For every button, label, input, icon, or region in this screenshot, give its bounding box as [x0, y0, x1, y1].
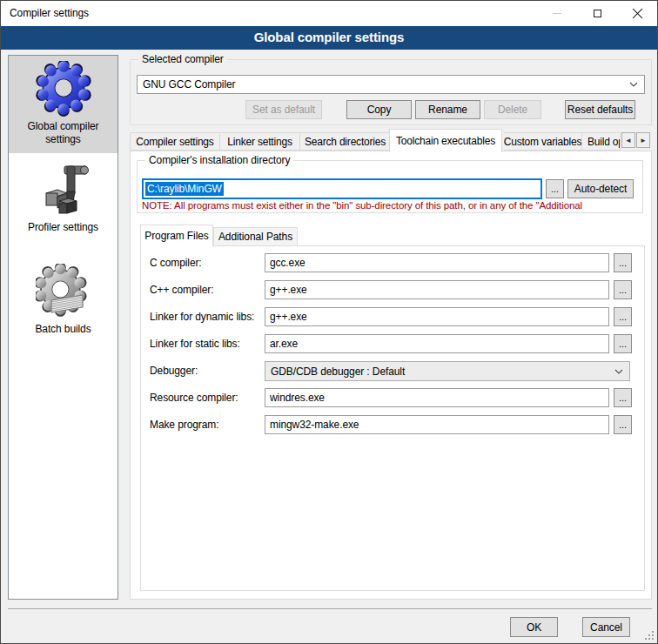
window-title: Compiler settings — [10, 1, 89, 26]
make-program-row: Make program: ... — [150, 415, 632, 435]
tab-search-directories[interactable]: Search directories — [300, 132, 391, 151]
install-dir-selected-text: C:\raylib\MinGW — [145, 182, 224, 196]
resource-compiler-label: Resource compiler: — [150, 392, 238, 404]
dynamic-linker-browse-button[interactable]: ... — [614, 307, 632, 326]
sidebar-item-global-compiler-settings[interactable]: Global compiler settings — [9, 56, 118, 153]
copy-button[interactable]: Copy — [346, 100, 412, 119]
title-bar: Compiler settings — [1, 1, 657, 26]
tab-compiler-settings[interactable]: Compiler settings — [130, 132, 220, 151]
tab-build-options[interactable]: Build options — [582, 132, 621, 151]
close-button[interactable] — [617, 1, 657, 26]
scroll-left-icon: ◄ — [625, 137, 632, 144]
note-text: NOTE: All programs must exist either in … — [142, 200, 640, 213]
make-program-browse-button[interactable]: ... — [614, 415, 632, 434]
c-compiler-input[interactable] — [265, 253, 609, 272]
cpp-compiler-label: C++ compiler: — [150, 284, 213, 296]
blue-gear-icon — [36, 61, 91, 117]
static-linker-label: Linker for static libs: — [150, 338, 240, 350]
cpp-compiler-row: C++ compiler: ... — [150, 280, 632, 300]
debugger-label: Debugger: — [150, 365, 198, 377]
close-icon — [632, 8, 643, 19]
tab-custom-variables[interactable]: Custom variables — [504, 132, 582, 151]
rename-button[interactable]: Rename — [415, 100, 480, 119]
compiler-select-value: GNU GCC Compiler — [143, 78, 235, 91]
debugger-select-value: GDB/CDB debugger : Default — [271, 366, 405, 378]
debugger-row: Debugger: GDB/CDB debugger : Default — [150, 361, 632, 381]
program-files-panel: C compiler: ... C++ compiler: ... Linker… — [140, 245, 645, 591]
scroll-right-icon: ► — [640, 137, 647, 144]
caliper-icon — [36, 162, 91, 218]
install-dir-input[interactable]: C:\raylib\MinGW — [142, 178, 542, 199]
chevron-down-icon — [629, 82, 638, 87]
maximize-icon — [594, 10, 601, 17]
tab-toolchain-executables[interactable]: Toolchain executables — [389, 129, 502, 152]
compiler-select[interactable]: GNU GCC Compiler — [137, 75, 645, 94]
resource-compiler-browse-button[interactable]: ... — [614, 388, 632, 407]
c-compiler-browse-button[interactable]: ... — [614, 253, 632, 272]
sidebar-item-batch-builds[interactable]: Batch builds — [9, 264, 118, 343]
dynamic-linker-label: Linker for dynamic libs: — [150, 311, 254, 323]
delete-button[interactable]: Delete — [484, 100, 541, 119]
dynamic-linker-row: Linker for dynamic libs: ... — [150, 307, 632, 327]
maximize-button[interactable] — [577, 1, 617, 26]
gray-gear-stack-icon — [36, 264, 91, 319]
c-compiler-label: C compiler: — [150, 257, 202, 269]
subtab-additional-paths[interactable]: Additional Paths — [213, 227, 298, 246]
static-linker-browse-button[interactable]: ... — [614, 334, 632, 353]
reset-defaults-button[interactable]: Reset defaults — [565, 100, 635, 119]
c-compiler-row: C compiler: ... — [150, 253, 632, 273]
resize-grip[interactable] — [645, 631, 654, 640]
sidebar-item-label: Global compiler settings — [9, 117, 118, 153]
compiler-settings-dialog: Compiler settings Global compiler settin… — [0, 0, 658, 644]
resource-compiler-input[interactable] — [265, 388, 609, 407]
selected-compiler-group-label: Selected compiler — [138, 53, 227, 66]
settings-category-list: Global compiler settings Profiler settin… — [8, 55, 118, 600]
page-title: Global compiler settings — [1, 26, 657, 50]
subtab-program-files[interactable]: Program Files — [140, 225, 213, 246]
resource-compiler-row: Resource compiler: ... — [150, 388, 632, 408]
static-linker-row: Linker for static libs: ... — [150, 334, 632, 354]
chevron-down-icon — [614, 369, 623, 374]
static-linker-input[interactable] — [265, 334, 609, 353]
cpp-compiler-browse-button[interactable]: ... — [614, 280, 632, 299]
debugger-select[interactable]: GDB/CDB debugger : Default — [265, 361, 630, 381]
ok-button[interactable]: OK — [510, 617, 558, 637]
tab-linker-settings[interactable]: Linker settings — [220, 132, 300, 151]
tab-scroll-left-button[interactable]: ◄ — [621, 132, 635, 148]
minimize-button[interactable] — [537, 1, 577, 26]
make-program-label: Make program: — [150, 419, 218, 431]
sidebar-item-label: Profiler settings — [24, 218, 102, 241]
footer-divider — [8, 608, 652, 609]
dynamic-linker-input[interactable] — [265, 307, 609, 326]
install-dir-browse-button[interactable]: ... — [546, 179, 564, 198]
minimize-icon — [553, 13, 561, 14]
make-program-input[interactable] — [265, 415, 609, 434]
cpp-compiler-input[interactable] — [265, 280, 609, 299]
installation-directory-group-label: Compiler's installation directory — [145, 154, 293, 167]
set-as-default-button[interactable]: Set as default — [245, 100, 322, 119]
cancel-button[interactable]: Cancel — [582, 617, 630, 637]
tab-scroll-right-button[interactable]: ► — [636, 132, 650, 148]
sidebar-item-profiler-settings[interactable]: Profiler settings — [9, 162, 118, 241]
autodetect-button[interactable]: Auto-detect — [567, 179, 634, 198]
sidebar-item-label: Batch builds — [31, 319, 94, 343]
